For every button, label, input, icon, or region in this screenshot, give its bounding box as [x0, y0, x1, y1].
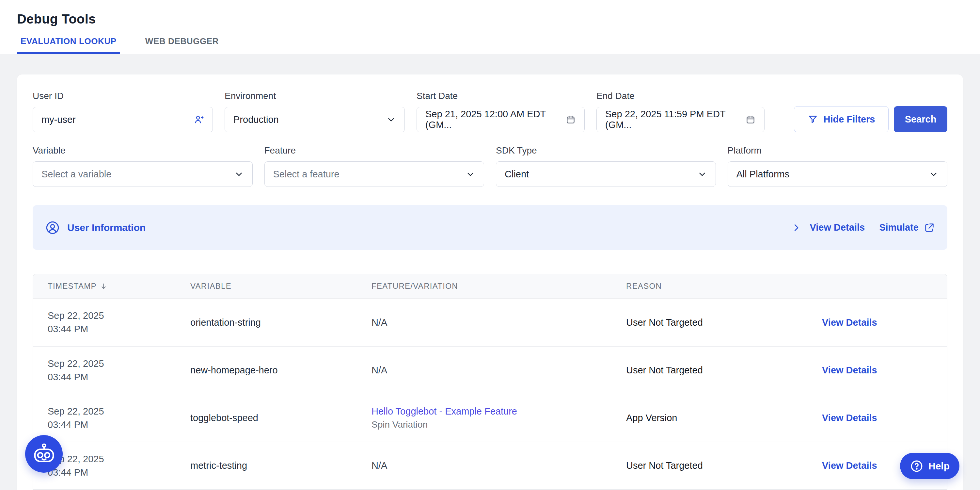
feature-select[interactable]: Select a feature [264, 161, 484, 187]
table-row: Sep 22, 2025 03:44 PM metric-testing N/A… [33, 442, 947, 489]
end-date-label: End Date [597, 91, 765, 101]
feature-cell: N/A [372, 317, 626, 328]
timestamp-date: Sep 22, 2025 [48, 452, 190, 466]
variable-cell: metric-testing [190, 460, 372, 471]
feature-label: Feature [264, 145, 484, 156]
reason-cell: User Not Targeted [626, 365, 822, 376]
timestamp-cell: Sep 22, 2025 03:44 PM [33, 309, 190, 336]
table-row: Sep 22, 2025 03:44 PM orientation-string… [33, 298, 947, 346]
sdk-type-select[interactable]: Client [496, 161, 716, 187]
feature-cell: N/A [372, 365, 626, 376]
chevron-down-icon [697, 169, 707, 179]
user-information-actions: View Details Simulate [791, 222, 935, 233]
help-button[interactable]: Help [900, 453, 959, 479]
environment-label: Environment [224, 91, 405, 101]
table-row: Sep 22, 2025 03:44 PM new-homepage-hero … [33, 346, 947, 394]
page-title: Debug Tools [17, 12, 980, 26]
user-circle-icon [45, 220, 60, 235]
debug-tools-panel: User ID Environment Production Start Da [17, 75, 963, 490]
timestamp-time: 03:44 PM [48, 322, 190, 336]
feature-value: N/A [372, 460, 626, 471]
table-header-row: TIMESTAMP VARIABLE FEATURE/VARIATION REA… [33, 274, 947, 298]
environment-field: Environment Production [224, 91, 405, 132]
sdk-type-field: SDK Type Client [496, 145, 716, 187]
user-information-header: User Information [45, 220, 146, 235]
feature-cell: N/A [372, 460, 626, 471]
end-date-field: End Date Sep 22, 2025 11:59 PM EDT (GM..… [597, 91, 765, 132]
chevron-right-icon[interactable] [791, 223, 801, 233]
filter-row-2: Variable Select a variable Feature Selec… [33, 145, 947, 187]
user-plus-icon[interactable] [193, 114, 204, 125]
column-header-variable: VARIABLE [190, 282, 372, 291]
timestamp-time: 03:44 PM [48, 466, 190, 479]
variable-field: Variable Select a variable [33, 145, 253, 187]
reason-cell: App Version [626, 413, 822, 423]
reason-cell: User Not Targeted [626, 317, 822, 328]
filter-row-1: User ID Environment Production Start Da [33, 91, 947, 132]
platform-select[interactable]: All Platforms [728, 161, 948, 187]
user-id-field: User ID [33, 91, 213, 132]
row-view-details-link[interactable]: View Details [822, 413, 947, 423]
column-header-reason: REASON [626, 282, 822, 291]
chevron-down-icon [929, 169, 939, 179]
sdk-type-value: Client [505, 169, 697, 180]
search-button[interactable]: Search [894, 106, 947, 132]
user-id-input[interactable] [41, 114, 193, 125]
external-link-icon[interactable] [924, 222, 935, 233]
feature-cell: Hello Togglebot - Example Feature Spin V… [372, 406, 626, 430]
variable-cell: togglebot-speed [190, 413, 372, 423]
variable-select[interactable]: Select a variable [33, 161, 253, 187]
calendar-icon[interactable] [745, 114, 756, 125]
variable-cell: new-homepage-hero [190, 365, 372, 376]
row-view-details-link[interactable]: View Details [822, 365, 947, 376]
end-date-input[interactable]: Sep 22, 2025 11:59 PM EDT (GM... [597, 107, 765, 132]
timestamp-header-label: TIMESTAMP [48, 282, 97, 291]
table-row: Sep 22, 2025 03:44 PM togglebot-speed He… [33, 394, 947, 442]
environment-select[interactable]: Production [224, 107, 405, 132]
timestamp-date: Sep 22, 2025 [48, 405, 190, 418]
robot-icon [32, 442, 56, 466]
simulate-link[interactable]: Simulate [879, 222, 919, 233]
tab-bar: EVALUATION LOOKUP WEB DEBUGGER [17, 36, 980, 54]
app-header: Debug Tools EVALUATION LOOKUP WEB DEBUGG… [0, 0, 980, 54]
arrow-down-icon [100, 283, 107, 290]
timestamp-cell: Sep 22, 2025 03:44 PM [33, 357, 190, 384]
feature-value: N/A [372, 365, 626, 376]
feature-value: N/A [372, 317, 626, 328]
feature-placeholder: Select a feature [273, 169, 466, 180]
chevron-down-icon [386, 115, 396, 124]
start-date-value: Sep 21, 2025 12:00 AM EDT (GM... [425, 109, 565, 130]
platform-value: All Platforms [737, 169, 929, 180]
user-information-title: User Information [67, 222, 146, 233]
feature-field: Feature Select a feature [264, 145, 484, 187]
start-date-input[interactable]: Sep 21, 2025 12:00 AM EDT (GM... [417, 107, 585, 132]
user-information-banner: User Information View Details Simulate [33, 205, 947, 250]
start-date-field: Start Date Sep 21, 2025 12:00 AM EDT (GM… [417, 91, 585, 132]
chevron-down-icon [466, 169, 475, 179]
funnel-icon [808, 114, 818, 124]
user-id-label: User ID [33, 91, 213, 101]
variation-value: Spin Variation [372, 420, 626, 430]
environment-value: Production [234, 114, 386, 125]
question-circle-icon [910, 459, 924, 473]
tab-evaluation-lookup[interactable]: EVALUATION LOOKUP [17, 36, 120, 54]
timestamp-date: Sep 22, 2025 [48, 357, 190, 370]
timestamp-date: Sep 22, 2025 [48, 309, 190, 322]
variable-label: Variable [33, 145, 253, 156]
feature-link[interactable]: Hello Togglebot - Example Feature [372, 406, 626, 417]
column-header-timestamp[interactable]: TIMESTAMP [33, 282, 190, 291]
timestamp-cell: Sep 22, 2025 03:44 PM [33, 405, 190, 431]
calendar-icon[interactable] [565, 114, 576, 125]
sdk-type-label: SDK Type [496, 145, 716, 156]
row-view-details-link[interactable]: View Details [822, 317, 947, 328]
hide-filters-button[interactable]: Hide Filters [794, 106, 889, 132]
tab-web-debugger[interactable]: WEB DEBUGGER [142, 36, 222, 54]
timestamp-time: 03:44 PM [48, 418, 190, 431]
help-label: Help [928, 461, 950, 472]
banner-view-details-link[interactable]: View Details [810, 222, 865, 233]
variable-placeholder: Select a variable [41, 169, 234, 180]
end-date-value: Sep 22, 2025 11:59 PM EDT (GM... [605, 109, 745, 130]
evaluation-table: TIMESTAMP VARIABLE FEATURE/VARIATION REA… [33, 274, 947, 490]
platform-label: Platform [728, 145, 948, 156]
togglebot-chat-button[interactable] [25, 435, 63, 473]
